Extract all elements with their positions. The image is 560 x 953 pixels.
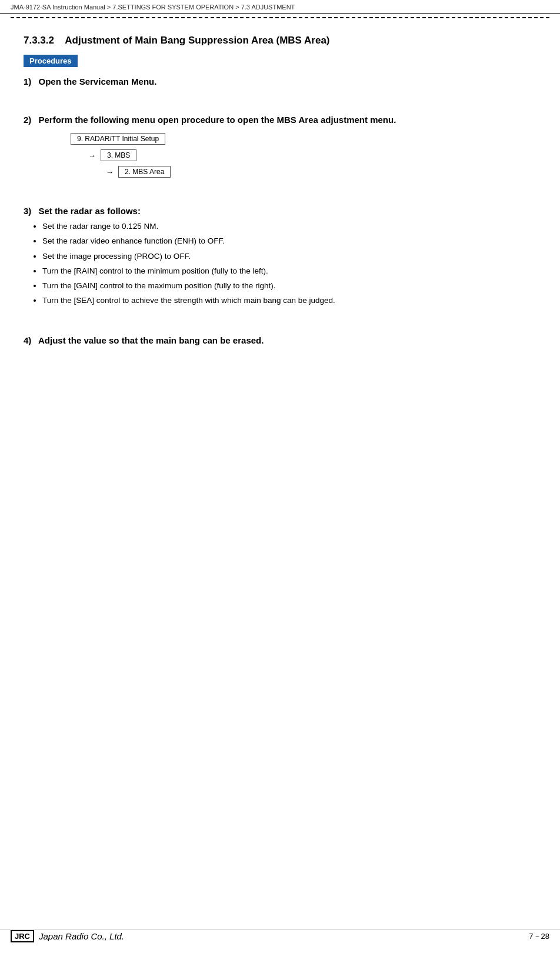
menu-row-1: 9. RADAR/TT Initial Setup bbox=[71, 133, 536, 145]
step-3-bullets: Set the radar range to 0.125 NM. Set the… bbox=[42, 221, 536, 307]
bullet-1: Set the radar range to 0.125 NM. bbox=[42, 221, 536, 232]
step-1-text: Open the Serviceman Menu. bbox=[39, 76, 157, 86]
step-2-header: 2) Perform the following menu open proce… bbox=[24, 115, 536, 125]
company-name: Japan Radio Co., Ltd. bbox=[39, 931, 124, 941]
arrow-2: → bbox=[106, 168, 114, 176]
menu-path: 9. RADAR/TT Initial Setup → 3. MBS → 2. … bbox=[71, 133, 536, 178]
section-number: 7.3.3.2 bbox=[24, 35, 54, 46]
footer-logo: JRC Japan Radio Co., Ltd. bbox=[11, 930, 124, 942]
step-3-header: 3) Set the radar as follows: bbox=[24, 206, 536, 216]
step-1: 1) Open the Serviceman Menu. bbox=[24, 76, 536, 86]
procedures-badge: Procedures bbox=[24, 55, 78, 67]
breadcrumb: JMA-9172-SA Instruction Manual > 7.SETTI… bbox=[0, 0, 560, 14]
step-4-text: Adjust the value so that the main bang c… bbox=[38, 335, 264, 345]
step-2: 2) Perform the following menu open proce… bbox=[24, 115, 536, 178]
step-2-number: 2) bbox=[24, 115, 31, 125]
step-3-text: Set the radar as follows: bbox=[39, 206, 141, 216]
step-2-text: Perform the following menu open procedur… bbox=[39, 115, 396, 125]
section-title: Adjustment of Main Bang Suppression Area… bbox=[65, 35, 329, 46]
step-1-number: 1) bbox=[24, 76, 31, 86]
step-4-number: 4) bbox=[24, 335, 31, 345]
jrc-label: JRC bbox=[11, 930, 34, 942]
bullet-2: Set the radar video enhance function (EN… bbox=[42, 235, 536, 247]
bullet-4: Turn the [RAIN] control to the minimum p… bbox=[42, 265, 536, 277]
section-heading: 7.3.3.2 Adjustment of Main Bang Suppress… bbox=[24, 35, 536, 46]
arrow-1: → bbox=[88, 151, 96, 160]
step-3: 3) Set the radar as follows: Set the rad… bbox=[24, 206, 536, 307]
page-number: 7－28 bbox=[529, 931, 549, 942]
step-4: 4) Adjust the value so that the main ban… bbox=[24, 335, 536, 345]
menu-box-2: 3. MBS bbox=[101, 149, 136, 161]
menu-box-3: 2. MBS Area bbox=[118, 166, 171, 178]
step-4-header: 4) Adjust the value so that the main ban… bbox=[24, 335, 536, 345]
bullet-6: Turn the [SEA] control to achieve the st… bbox=[42, 295, 536, 306]
bullet-5: Turn the [GAIN] control to the maximum p… bbox=[42, 280, 536, 292]
step-1-header: 1) Open the Serviceman Menu. bbox=[24, 76, 536, 86]
menu-box-1: 9. RADAR/TT Initial Setup bbox=[71, 133, 165, 145]
menu-row-2: → 3. MBS bbox=[88, 149, 536, 161]
step-3-number: 3) bbox=[24, 206, 31, 216]
footer: JRC Japan Radio Co., Ltd. 7－28 bbox=[0, 929, 560, 942]
menu-row-3: → 2. MBS Area bbox=[106, 166, 536, 178]
bullet-3: Set the image processing (PROC) to OFF. bbox=[42, 251, 536, 262]
main-content: 7.3.3.2 Adjustment of Main Bang Suppress… bbox=[0, 18, 560, 409]
